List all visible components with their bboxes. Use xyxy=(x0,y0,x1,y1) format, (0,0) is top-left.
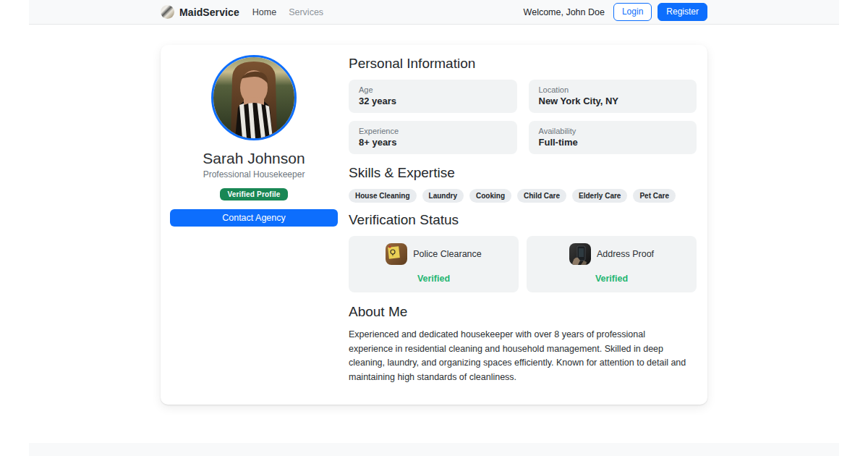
info-label: Experience xyxy=(359,127,507,135)
info-value: New York City, NY xyxy=(539,96,687,106)
verification-item-police-clearance: Police Clearance Verified xyxy=(349,236,519,292)
skill-badge: Cooking xyxy=(469,189,511,203)
info-value: 8+ years xyxy=(359,137,507,148)
skill-badge: Pet Care xyxy=(633,189,676,203)
nav-link-home[interactable]: Home xyxy=(252,7,276,17)
skills-list: House Cleaning Laundry Cooking Child Car… xyxy=(349,189,697,203)
page: MaidService Home Services Welcome, John … xyxy=(29,0,839,456)
profile-summary: Sarah Johnson Professional Housekeeper V… xyxy=(170,55,338,384)
info-box-age: Age 32 years xyxy=(349,80,517,113)
verification-status: Verified xyxy=(354,274,513,284)
skill-badge: Elderly Care xyxy=(572,189,627,203)
personal-info-heading: Personal Information xyxy=(349,56,697,72)
skill-badge: Child Care xyxy=(517,189,566,203)
info-box-location: Location New York City, NY xyxy=(529,80,697,113)
main-content: Sarah Johnson Professional Housekeeper V… xyxy=(29,25,839,405)
nav-right: Welcome, John Doe Login Register xyxy=(524,3,707,22)
nav-links: Home Services xyxy=(252,7,323,17)
verification-label: Police Clearance xyxy=(413,249,482,259)
info-value: Full-time xyxy=(539,137,687,148)
info-label: Location xyxy=(539,85,687,94)
info-value: 32 years xyxy=(359,96,507,106)
verification-item-address-proof: Address Proof Verified xyxy=(527,236,697,292)
address-proof-photo-icon xyxy=(569,243,591,265)
info-box-experience: Experience 8+ years xyxy=(349,121,517,154)
profile-photo-image xyxy=(213,57,294,138)
verification-label: Address Proof xyxy=(597,249,654,259)
police-clearance-photo-icon xyxy=(386,243,407,265)
info-label: Age xyxy=(359,85,507,94)
verification-list: Police Clearance Verified xyxy=(349,236,697,292)
info-label: Availability xyxy=(539,127,687,135)
contact-agency-button[interactable]: Contact Agency xyxy=(170,209,338,227)
about-me-text: Experienced and dedicated housekeeper wi… xyxy=(349,328,689,384)
footer: About MaidService Connecting quality hou… xyxy=(29,443,839,456)
verification-status: Verified xyxy=(532,274,691,284)
skill-badge: House Cleaning xyxy=(349,189,417,203)
profile-name: Sarah Johnson xyxy=(170,150,338,167)
profile-job-title: Professional Housekeeper xyxy=(170,169,338,180)
nav-link-services[interactable]: Services xyxy=(289,7,323,17)
personal-info-grid: Age 32 years Location New York City, NY … xyxy=(349,80,697,154)
profile-card: Sarah Johnson Professional Housekeeper V… xyxy=(161,45,707,405)
skills-heading: Skills & Expertise xyxy=(349,165,697,181)
brand-logo-icon xyxy=(161,5,174,19)
welcome-text: Welcome, John Doe xyxy=(524,7,605,17)
navbar: MaidService Home Services Welcome, John … xyxy=(29,0,839,25)
brand-name: MaidService xyxy=(179,7,239,18)
info-box-availability: Availability Full-time xyxy=(529,121,697,154)
brand[interactable]: MaidService xyxy=(161,5,239,19)
profile-details: Personal Information Age 32 years Locati… xyxy=(338,55,697,384)
profile-photo xyxy=(211,55,297,140)
skill-badge: Laundry xyxy=(422,189,464,203)
register-button[interactable]: Register xyxy=(658,3,707,22)
about-me-heading: About Me xyxy=(349,304,697,320)
verification-heading: Verification Status xyxy=(349,212,697,228)
login-button[interactable]: Login xyxy=(613,3,652,22)
verified-profile-badge: Verified Profile xyxy=(220,188,287,200)
